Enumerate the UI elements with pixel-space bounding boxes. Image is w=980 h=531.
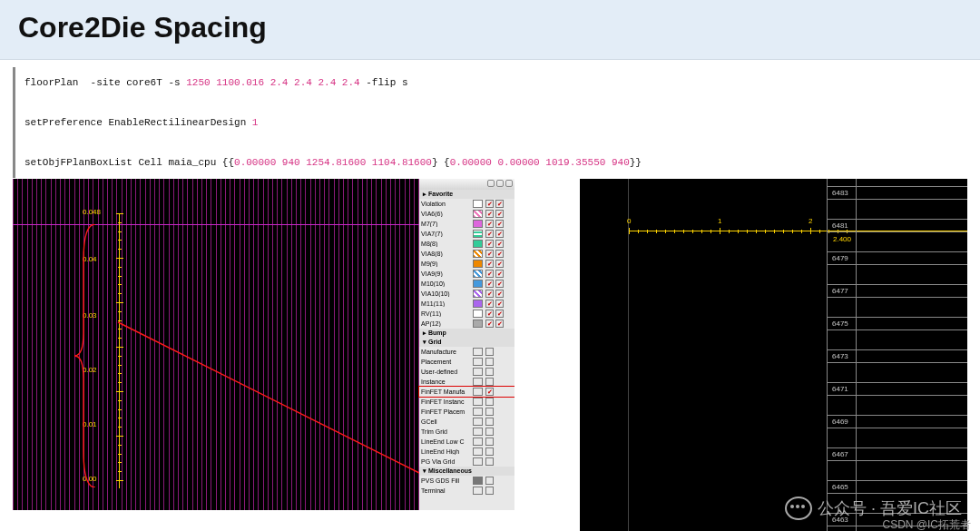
group-grid[interactable]: ▾ Grid [419, 338, 514, 347]
row-label: 6477 [832, 287, 848, 295]
row-label: 6483 [832, 189, 848, 197]
layer-row[interactable]: RV(11)✔✔ [419, 309, 514, 319]
code-block: floorPlan -site core6T -s 1250 1100.016 … [13, 67, 967, 178]
layer-row[interactable]: Manufacture [419, 347, 514, 357]
layer-row[interactable]: LineEnd High [419, 447, 514, 457]
row-label: 6473 [832, 352, 848, 360]
wechat-icon [785, 497, 812, 520]
row-label: 6467 [832, 450, 848, 458]
group-favorite[interactable]: ▸ Favorite [419, 190, 514, 199]
layer-row[interactable]: User-defined [419, 367, 514, 377]
layout-viewer-left: 0.048 0.04 0.03 0.02 0.01 0.00 ▸ Favorit… [13, 179, 514, 510]
row-label: 6479 [832, 254, 848, 262]
layer-row[interactable]: VIA8(8)✔✔ [419, 249, 514, 259]
layer-row[interactable]: PG Via Grid [419, 457, 514, 467]
layer-row[interactable]: VIA10(10)✔✔ [419, 289, 514, 299]
brace-annotation [73, 224, 100, 487]
group-bump[interactable]: ▸ Bump [419, 329, 514, 338]
layer-panel[interactable]: ▸ Favorite Violation✔✔ VIA6(6)✔✔ M7(7)✔✔… [419, 179, 514, 510]
layer-row[interactable]: Instance [419, 377, 514, 387]
layer-row[interactable]: M10(10)✔✔ [419, 279, 514, 289]
row-label: 6465 [832, 483, 848, 491]
layer-row-selected[interactable]: FinFET Manufa✔ [419, 387, 514, 397]
page-title: Core2Die Spacing [18, 11, 962, 44]
row-label: 6471 [832, 385, 848, 393]
slide-header: Core2Die Spacing [0, 0, 980, 60]
layer-row[interactable]: PVS GDS Fill [419, 476, 514, 486]
layer-panel-toolbar[interactable] [419, 179, 514, 190]
layer-row[interactable]: FinFET Instanc [419, 397, 514, 407]
layer-row[interactable]: M9(9)✔✔ [419, 259, 514, 269]
row-label: 6475 [832, 320, 848, 328]
csdn-watermark: CSDN @IC拓荒者 [882, 517, 971, 531]
layer-row[interactable]: AP(12)✔✔ [419, 319, 514, 329]
visualization-row: 0.048 0.04 0.03 0.02 0.01 0.00 ▸ Favorit… [13, 179, 967, 531]
group-misc[interactable]: ▾ Miscellaneous [419, 467, 514, 476]
layer-row[interactable]: GCell [419, 417, 514, 427]
row-label: 6469 [832, 418, 848, 426]
layer-row[interactable]: Terminal [419, 486, 514, 496]
layer-row[interactable]: Trim Grid [419, 427, 514, 437]
layer-row[interactable]: M11(11)✔✔ [419, 299, 514, 309]
row-grid: 6483648164796477647564736471646964676465… [827, 179, 967, 531]
layer-row[interactable]: Violation✔✔ [419, 199, 514, 209]
layer-row[interactable]: VIA7(7)✔✔ [419, 229, 514, 239]
layer-row[interactable]: VIA9(9)✔✔ [419, 269, 514, 279]
layer-row[interactable]: M7(7)✔✔ [419, 219, 514, 229]
layer-row[interactable]: M8(8)✔✔ [419, 239, 514, 249]
layout-canvas[interactable]: 0.048 0.04 0.03 0.02 0.01 0.00 [13, 179, 435, 510]
layer-row[interactable]: FinFET Placem [419, 407, 514, 417]
layer-row[interactable]: LineEnd Low C [419, 437, 514, 447]
row-label: 6481 [832, 221, 848, 230]
layer-row[interactable]: Placement [419, 357, 514, 367]
layer-row[interactable]: VIA6(6)✔✔ [419, 209, 514, 219]
layout-viewer-right[interactable]: 0 1 2 2.400 6483648164796477647564736471… [580, 179, 967, 531]
vertical-ruler: 0.048 0.04 0.03 0.02 0.01 0.00 [114, 213, 123, 488]
